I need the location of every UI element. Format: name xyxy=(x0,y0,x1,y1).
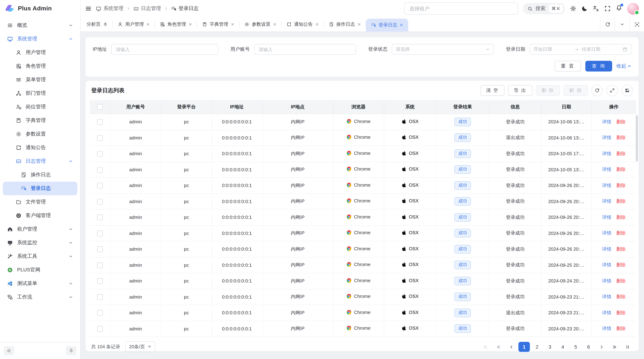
delete-link[interactable]: 删除 xyxy=(616,167,626,172)
sidebar-item-post-mgmt[interactable]: 岗位管理 xyxy=(3,100,77,114)
breadcrumb-item[interactable]: DEV日志管理 xyxy=(134,5,161,12)
delete-link[interactable]: 删除 xyxy=(616,278,626,284)
sidebar-item-menu-mgmt[interactable]: 菜单管理 xyxy=(3,73,77,86)
close-icon[interactable] xyxy=(315,22,319,26)
clear-button[interactable]: 清 空 xyxy=(480,85,504,96)
sidebar-item-system-mgmt[interactable]: 系统管理 xyxy=(3,32,77,46)
tab-role-mgmt[interactable]: 角色管理 xyxy=(155,17,197,31)
delete-link[interactable]: 删除 xyxy=(616,294,626,300)
status-filter-select[interactable]: 请选择 xyxy=(392,44,494,55)
tab-user-mgmt[interactable]: 用户管理 xyxy=(113,17,155,31)
refresh-tab-button[interactable] xyxy=(600,17,615,31)
row-checkbox[interactable] xyxy=(97,230,103,236)
tab-param-setting[interactable]: 参数设置 xyxy=(239,17,282,31)
column-settings-button[interactable] xyxy=(622,85,633,96)
sidebar-item-user-mgmt[interactable]: 用户管理 xyxy=(3,46,77,59)
detail-link[interactable]: 详情 xyxy=(602,119,612,124)
prev-5-pages-button[interactable] xyxy=(493,342,504,352)
sidebar-item-system-tools[interactable]: 系统工具 xyxy=(3,250,77,263)
delete-link[interactable]: 删除 xyxy=(616,215,626,220)
row-checkbox[interactable] xyxy=(97,119,103,125)
sidebar-item-test-menu[interactable]: 测试菜单 xyxy=(3,277,77,290)
detail-link[interactable]: 详情 xyxy=(602,167,612,172)
sidebar-item-login-log[interactable]: 登录日志 xyxy=(3,182,77,195)
collapse-filters-link[interactable]: 收起 xyxy=(616,63,632,69)
sidebar-item-workflow[interactable]: 工作流 xyxy=(3,290,77,304)
close-icon[interactable] xyxy=(400,23,403,27)
detail-link[interactable]: 详情 xyxy=(602,326,612,331)
search-button[interactable]: 查 询 xyxy=(586,61,612,71)
row-checkbox[interactable] xyxy=(97,326,103,332)
detail-link[interactable]: 详情 xyxy=(602,151,612,156)
content-fullscreen-button[interactable] xyxy=(629,17,644,31)
sidebar-item-client-mgmt[interactable]: 客户端管理 xyxy=(3,209,77,222)
refresh-table-button[interactable] xyxy=(592,85,603,96)
tab-login-log[interactable]: 登录日志 xyxy=(366,18,408,31)
close-icon[interactable] xyxy=(358,22,361,26)
account-filter-input-wrap[interactable] xyxy=(254,44,356,55)
last-page-button[interactable] xyxy=(622,342,633,352)
delete-link[interactable]: 删除 xyxy=(616,119,626,124)
page-button-1[interactable]: 1 xyxy=(518,342,530,352)
row-checkbox[interactable] xyxy=(97,246,103,252)
close-icon[interactable] xyxy=(188,22,192,26)
select-all-checkbox[interactable] xyxy=(97,104,103,110)
detail-link[interactable]: 详情 xyxy=(602,199,612,204)
language-translate-icon[interactable]: 文A xyxy=(593,5,599,12)
next-5-pages-button[interactable] xyxy=(608,342,620,352)
tab-notice[interactable]: 通知公告 xyxy=(282,17,324,31)
page-button-2[interactable]: 2 xyxy=(531,342,543,352)
row-checkbox[interactable] xyxy=(97,215,103,220)
breadcrumb-item[interactable]: 系统管理 xyxy=(96,5,124,12)
row-checkbox[interactable] xyxy=(97,151,103,157)
date-range-picker[interactable]: 开始日期 结束日期 xyxy=(530,44,632,55)
sidebar-item-dict-mgmt[interactable]: 字典管理 xyxy=(3,114,77,127)
prev-page-button[interactable] xyxy=(506,342,517,352)
detail-link[interactable]: 详情 xyxy=(602,246,612,252)
detail-link[interactable]: 详情 xyxy=(602,310,612,315)
close-icon[interactable] xyxy=(146,22,150,26)
ip-filter-input-wrap[interactable] xyxy=(111,44,218,55)
collapse-sidebar-button[interactable] xyxy=(4,346,14,356)
tab-menu-button[interactable] xyxy=(615,17,629,31)
sidebar-item-log-mgmt[interactable]: DEV日志管理 xyxy=(3,154,77,168)
sidebar-item-role-mgmt[interactable]: 角色管理 xyxy=(3,59,77,73)
row-checkbox[interactable] xyxy=(97,183,103,188)
row-checkbox[interactable] xyxy=(97,278,103,284)
sidebar-item-plus-site[interactable]: PLUS官网 xyxy=(3,263,77,277)
row-checkbox[interactable] xyxy=(97,199,103,204)
delete-link[interactable]: 删除 xyxy=(616,135,626,140)
tab-operation-log[interactable]: 操作日志 xyxy=(324,17,366,31)
delete-link[interactable]: 删除 xyxy=(616,310,626,315)
delete-link[interactable]: 删除 xyxy=(616,199,626,204)
delete-link[interactable]: 删除 xyxy=(616,183,626,188)
export-button[interactable]: 导 出 xyxy=(508,85,532,96)
fullscreen-icon[interactable] xyxy=(604,5,611,12)
sidebar-item-tenant-mgmt[interactable]: 租户管理 xyxy=(3,222,77,236)
pin-sidebar-button[interactable] xyxy=(66,346,76,356)
breadcrumb-item[interactable]: 登录日志 xyxy=(171,5,198,12)
detail-link[interactable]: 详情 xyxy=(602,215,612,220)
row-checkbox[interactable] xyxy=(97,135,103,141)
notifications-bell[interactable] xyxy=(616,5,622,12)
reset-button[interactable]: 重 置 xyxy=(554,61,581,71)
detail-link[interactable]: 详情 xyxy=(602,230,612,236)
sidebar-item-dept-mgmt[interactable]: 部门管理 xyxy=(3,86,77,100)
sidebar-item-overview[interactable]: 概览 xyxy=(3,18,77,32)
next-page-button[interactable] xyxy=(596,342,607,352)
dark-mode-moon-icon[interactable] xyxy=(582,5,588,12)
user-avatar[interactable] xyxy=(627,3,639,14)
detail-link[interactable]: 详情 xyxy=(602,135,612,140)
detail-link[interactable]: 详情 xyxy=(602,183,612,188)
table-scrollbar[interactable] xyxy=(636,115,638,162)
ip-filter-input[interactable] xyxy=(115,46,214,52)
sidebar-item-file-mgmt[interactable]: 文件管理 xyxy=(3,195,77,209)
detail-link[interactable]: 详情 xyxy=(602,262,612,268)
tenant-select-input[interactable] xyxy=(409,5,513,12)
delete-link[interactable]: 删除 xyxy=(616,230,626,236)
page-button-6[interactable]: 6 xyxy=(583,342,594,352)
row-checkbox[interactable] xyxy=(97,310,103,316)
tab-dict-mgmt[interactable]: 字典管理 xyxy=(197,17,239,31)
delete-link[interactable]: 删除 xyxy=(616,151,626,156)
row-checkbox[interactable] xyxy=(97,167,103,173)
